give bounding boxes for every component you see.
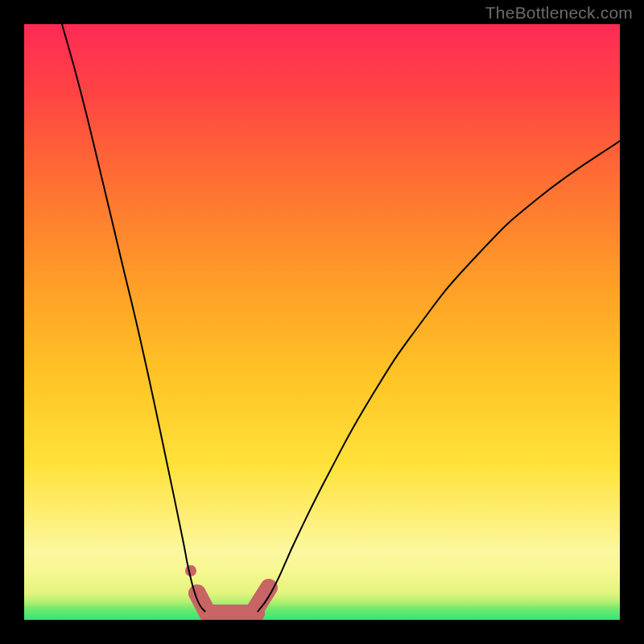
plot-area (24, 24, 620, 620)
right-curve (258, 141, 620, 612)
curve-layer (24, 24, 620, 620)
chart-frame: TheBottleneck.com (0, 0, 644, 644)
marker-group (185, 565, 269, 610)
left-curve (62, 24, 205, 612)
watermark-text: TheBottleneck.com (485, 3, 633, 23)
left-dot (185, 565, 196, 576)
